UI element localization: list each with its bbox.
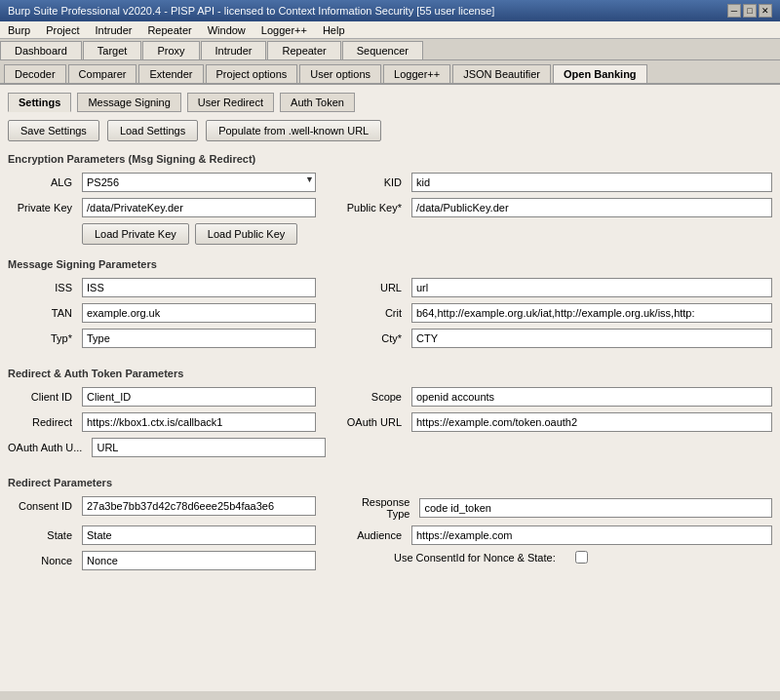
clientid-scope-row: Client ID Scope [8,387,772,412]
tab-intruder[interactable]: Intruder [201,41,267,59]
load-public-key-button[interactable]: Load Public Key [195,223,298,245]
save-settings-button[interactable]: Save Settings [8,120,99,141]
window-title: Burp Suite Professional v2020.4 - PISP A… [8,5,494,17]
tab-comparer[interactable]: Comparer [68,64,137,83]
audience-input[interactable] [411,525,772,545]
typ-row: Typ* [8,329,330,348]
message-signing-section: Message Signing Parameters ISS URL TAN [8,258,772,354]
typ-input[interactable] [82,329,316,348]
menu-repeater[interactable]: Repeater [143,24,195,36]
private-key-input[interactable] [82,198,316,217]
menu-burp[interactable]: Burp [4,24,34,36]
redirect-label: Redirect [8,416,76,428]
nonce-row: Nonce [8,551,386,570]
kid-row: KID [337,173,772,192]
kid-input[interactable] [411,173,772,192]
client-id-row: Client ID [8,387,330,407]
tab-message-signing[interactable]: Message Signing [77,93,180,112]
close-button[interactable]: ✕ [759,4,772,18]
oauth-auth-url-row-wrap: OAuth Auth U... [8,438,772,463]
use-consent-checkbox[interactable] [575,551,588,564]
state-input[interactable] [82,525,316,545]
state-label: State [8,529,76,541]
consent-id-input[interactable] [82,496,316,516]
typ-label: Typ* [8,332,76,344]
tan-input[interactable] [82,303,316,323]
title-bar: Burp Suite Professional v2020.4 - PISP A… [0,0,780,21]
cty-input[interactable] [411,329,772,348]
minimize-button[interactable]: ─ [727,4,741,18]
load-private-key-button[interactable]: Load Private Key [82,223,189,245]
redirect-row: Redirect [8,412,330,432]
window-controls: ─ □ ✕ [727,4,772,18]
oauth-auth-url-input[interactable] [92,438,326,457]
menu-project[interactable]: Project [42,24,83,36]
tan-label: TAN [8,307,76,319]
iss-input[interactable] [82,278,316,297]
cty-label: Cty* [337,332,406,344]
url-input[interactable] [411,278,772,297]
tab-sequencer[interactable]: Sequencer [342,41,423,59]
nonce-consent-row: Nonce Use ConsentId for Nonce & State: [8,551,772,576]
maximize-button[interactable]: □ [743,4,757,18]
main-tabs-row2: Decoder Comparer Extender Project option… [0,60,780,85]
menu-logger[interactable]: Logger++ [257,24,311,36]
response-type-input[interactable] [419,498,772,518]
response-type-row: Response Type [337,496,772,520]
public-key-input[interactable] [411,198,772,217]
menu-intruder[interactable]: Intruder [92,24,136,36]
load-settings-button[interactable]: Load Settings [107,120,198,141]
tan-crit-row: TAN Crit [8,303,772,329]
encryption-section-label: Encryption Parameters (Msg Signing & Red… [8,153,772,165]
crit-row: Crit [337,303,772,323]
tab-project-options[interactable]: Project options [206,64,298,83]
use-consent-label: Use ConsentId for Nonce & State: [394,552,569,564]
oauth-auth-url-label: OAuth Auth U... [8,442,86,453]
iss-label: ISS [8,282,76,293]
oauth-url-row: OAuth URL [337,412,772,432]
main-tabs-row1: Dashboard Target Proxy Intruder Repeater… [0,39,780,60]
url-label: URL [337,282,406,293]
typ-cty-row: Typ* Cty* [8,329,772,354]
tab-extender[interactable]: Extender [138,64,203,83]
oauth-auth-url-row: OAuth Auth U... [8,438,386,457]
tab-decoder[interactable]: Decoder [4,64,66,83]
use-consent-checkbox-wrapper [575,551,588,564]
tab-target[interactable]: Target [83,41,142,59]
state-audience-row: State Audience [8,525,772,551]
tab-dashboard[interactable]: Dashboard [0,41,82,59]
tab-json-beautifier[interactable]: JSON Beautifier [452,64,551,83]
alg-label: ALG [8,176,76,188]
nonce-input[interactable] [82,551,316,570]
tab-user-redirect[interactable]: User Redirect [187,93,274,112]
menu-help[interactable]: Help [319,24,349,36]
tab-logger-plus[interactable]: Logger++ [383,64,450,83]
audience-row: Audience [337,525,772,545]
oauth-url-input[interactable] [411,412,772,432]
alg-select[interactable]: PS256 RS256 [82,173,316,192]
tab-proxy[interactable]: Proxy [142,41,199,59]
crit-label: Crit [337,307,406,319]
redirect-auth-section-label: Redirect & Auth Token Parameters [8,368,772,379]
menu-window[interactable]: Window [204,24,250,36]
scope-input[interactable] [411,387,772,407]
redirect-auth-section: Redirect & Auth Token Parameters Client … [8,368,772,463]
keys-row: Private Key Public Key* [8,198,772,223]
scope-row: Scope [337,387,772,407]
load-keys-row: Load Private Key Load Public Key [8,223,772,245]
consent-response-row: Consent ID Response Type [8,496,772,525]
crit-input[interactable] [411,303,772,323]
tab-user-options[interactable]: User options [299,64,381,83]
client-id-input[interactable] [82,387,316,407]
redirect-input[interactable] [82,412,316,432]
public-key-row: Public Key* [337,198,772,217]
populate-well-known-button[interactable]: Populate from .well-known URL [206,120,381,141]
url-row: URL [337,278,772,297]
tab-open-banking[interactable]: Open Banking [553,64,647,83]
tab-repeater[interactable]: Repeater [267,41,340,59]
tab-settings[interactable]: Settings [8,93,71,112]
state-row: State [8,525,330,545]
tab-auth-token[interactable]: Auth Token [280,93,355,112]
action-buttons: Save Settings Load Settings Populate fro… [8,120,772,141]
response-type-label: Response Type [337,496,413,520]
